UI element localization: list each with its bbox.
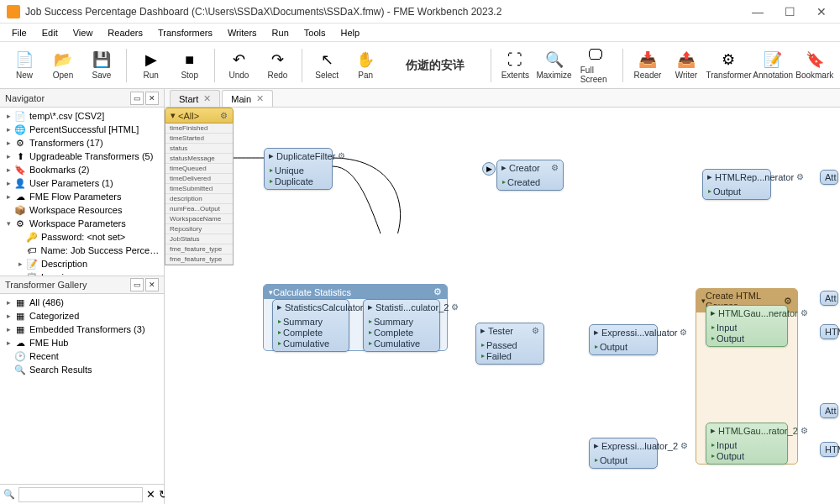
att-node-2[interactable]: Att: [820, 291, 838, 306]
tree-item[interactable]: ▸👤User Parameters (1): [0, 176, 164, 190]
stats-calculator-node[interactable]: ▸StatisticsCalculator⚙ ▸Summary▸Complete…: [272, 299, 349, 352]
html-gauge-node[interactable]: ▸HTMLGau...nerator⚙ ▸Input▸Output: [706, 305, 788, 347]
save-button[interactable]: 💾Save: [84, 45, 119, 86]
expand-icon[interactable]: ▸: [3, 298, 13, 307]
panel-close-button[interactable]: ✕: [145, 92, 159, 105]
tab-close-icon[interactable]: ✕: [256, 93, 264, 104]
search-input[interactable]: [18, 487, 143, 502]
tab-main[interactable]: Main✕: [222, 90, 273, 107]
menu-edit[interactable]: Edit: [35, 26, 65, 39]
navigator-tree[interactable]: ▸📄temp\*.csv [CSV2]▸🌐PercentSuccessful […: [0, 108, 164, 276]
att-node-3[interactable]: Att: [820, 403, 838, 418]
expand-icon[interactable]: ▸: [3, 165, 13, 174]
select-button[interactable]: ↖Select: [309, 45, 344, 86]
menu-view[interactable]: View: [66, 26, 100, 39]
port[interactable]: ▸Input: [710, 439, 784, 450]
gallery-tree[interactable]: ▸▦All (486)▸▦Categorized▸▦Embedded Trans…: [0, 294, 164, 484]
port[interactable]: ▸Cumulative: [276, 338, 345, 349]
stats-calculator-2-node[interactable]: ▸Statisti...culator_2⚙ ▸Summary▸Complete…: [363, 299, 440, 352]
port[interactable]: ▸Output: [710, 333, 784, 344]
expr-eval-node[interactable]: ▸Expressi...valuator⚙ ▸Output: [589, 324, 658, 355]
tree-item[interactable]: 📦Workspace Resources: [0, 203, 164, 217]
html-gauge-2-node[interactable]: ▸HTMLGau...rator_2⚙ ▸Input▸Output: [706, 423, 788, 465]
port[interactable]: ▸Summary: [367, 316, 436, 327]
run-button[interactable]: ▶Run: [134, 45, 169, 86]
tester-node[interactable]: ▸Tester⚙ ▸Passed▸Failed: [475, 323, 544, 365]
menu-tools[interactable]: Tools: [297, 26, 333, 39]
reader-attribute-row[interactable]: status: [165, 144, 233, 154]
fullscreen-button[interactable]: 🖵Full Screen: [575, 45, 616, 86]
port[interactable]: ▸Summary: [276, 316, 345, 327]
expand-icon[interactable]: ▸: [3, 152, 13, 160]
tree-item[interactable]: 🏷Name: Job Success Percen...: [0, 244, 164, 257]
port[interactable]: ▸Passed: [480, 339, 540, 350]
tree-item[interactable]: ▸📄temp\*.csv [CSV2]: [0, 109, 164, 123]
reader-attribute-row[interactable]: WorkspaceName: [165, 214, 233, 224]
tree-item[interactable]: ▸🔖Bookmarks (2): [0, 163, 164, 176]
tree-item[interactable]: 🕑Recent: [0, 349, 164, 363]
minimize-button[interactable]: —: [749, 5, 766, 18]
creator-run-icon[interactable]: ▶: [482, 162, 496, 176]
port[interactable]: ▸Output: [706, 186, 767, 197]
tree-item[interactable]: 🔍Search Results: [0, 363, 164, 376]
expr-eval-2-node[interactable]: ▸Expressi...luator_2⚙ ▸Output: [589, 438, 658, 469]
reader-node[interactable]: ▾<All>⚙ timeFinishedtimeStartedstatussta…: [165, 108, 234, 265]
annotation-button[interactable]: 📝Annotation: [753, 45, 793, 86]
reader-attribute-row[interactable]: timeDelivered: [165, 174, 233, 184]
tree-item[interactable]: ▸⚙Transformers (17): [0, 136, 164, 150]
htmlrep-node[interactable]: ▸HTMLRep...nerator⚙ ▸Output: [702, 169, 771, 200]
expand-icon[interactable]: ▸: [3, 325, 13, 333]
menu-readers[interactable]: Readers: [101, 26, 150, 39]
port[interactable]: ▸Output: [593, 454, 654, 465]
new-button[interactable]: 📄New: [7, 45, 42, 86]
port[interactable]: ▸Cumulative: [367, 338, 436, 349]
tree-item[interactable]: ▸☁FME Hub: [0, 336, 164, 349]
expand-icon[interactable]: ▸: [15, 260, 25, 268]
tree-item[interactable]: ▸⬆Upgradeable Transformers (5): [0, 150, 164, 163]
redo-button[interactable]: ↷Redo: [260, 45, 295, 86]
expand-icon[interactable]: ▸: [3, 192, 13, 201]
tree-item[interactable]: ▸🌐PercentSuccessful [HTML]: [0, 123, 164, 136]
undo-button[interactable]: ↶Undo: [221, 45, 256, 86]
port[interactable]: ▸Complete: [276, 327, 345, 338]
reader-attribute-row[interactable]: Repository: [165, 224, 233, 234]
writer-button[interactable]: 📤Writer: [669, 45, 704, 86]
creator-node[interactable]: ▸Creator⚙ ▸Created: [496, 160, 564, 191]
bookmark-button[interactable]: 🔖Bookmark: [796, 45, 833, 86]
port[interactable]: ▸Input: [710, 322, 784, 333]
expand-icon[interactable]: ▸: [3, 339, 13, 347]
reader-attribute-row[interactable]: timeStarted: [165, 134, 233, 144]
menu-help[interactable]: Help: [333, 26, 366, 39]
menu-file[interactable]: File: [5, 26, 34, 39]
expand-icon[interactable]: ▸: [3, 312, 13, 320]
reader-attribute-row[interactable]: timeQueued: [165, 164, 233, 174]
tree-item[interactable]: 🔑Password: <not set>: [0, 230, 164, 244]
clear-search-button[interactable]: ✕: [146, 487, 155, 502]
extents-button[interactable]: ⛶Extents: [497, 45, 533, 86]
att-node-1[interactable]: Att: [820, 170, 838, 185]
reader-attribute-row[interactable]: statusMessage: [165, 154, 233, 164]
reader-attribute-row[interactable]: numFea...Output: [165, 204, 233, 214]
expand-icon[interactable]: ▸: [3, 139, 13, 147]
tree-item[interactable]: ▸▦All (486): [0, 296, 164, 309]
menu-run[interactable]: Run: [265, 26, 296, 39]
close-button[interactable]: ✕: [813, 5, 830, 18]
port[interactable]: ▸Duplicate: [268, 176, 328, 186]
reader-attribute-row[interactable]: fme_feature_type: [165, 255, 233, 265]
open-button[interactable]: 📂Open: [45, 45, 81, 86]
expand-icon[interactable]: ▸: [3, 112, 13, 120]
panel-float-button[interactable]: ▭: [130, 92, 144, 105]
port[interactable]: ▸Unique: [268, 165, 328, 176]
tree-item[interactable]: ▸📝Description: [0, 257, 164, 270]
reader-attribute-row[interactable]: fme_feature_type: [165, 244, 233, 255]
port[interactable]: ▸Output: [710, 450, 784, 461]
reader-attribute-row[interactable]: JobStatus: [165, 234, 233, 244]
menu-writers[interactable]: Writers: [221, 26, 264, 39]
tab-close-icon[interactable]: ✕: [203, 93, 211, 104]
duplicate-filter-node[interactable]: ▸DuplicateFilter⚙ ▸Unique▸Duplicate: [264, 148, 333, 190]
maximize-button[interactable]: ☐: [781, 5, 798, 18]
tree-item[interactable]: ▾⚙Workspace Parameters: [0, 217, 164, 230]
stop-button[interactable]: ■Stop: [172, 45, 207, 86]
port[interactable]: ▸Created: [501, 176, 559, 187]
expand-icon[interactable]: ▸: [3, 125, 13, 134]
